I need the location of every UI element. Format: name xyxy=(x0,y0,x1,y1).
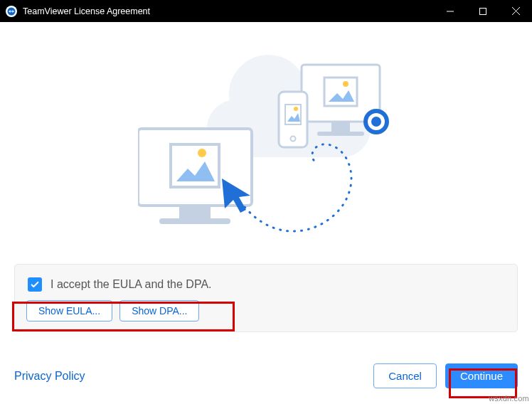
illustration xyxy=(0,22,532,264)
watermark: wsxdn.com xyxy=(489,394,529,403)
devices-illustration xyxy=(138,36,394,250)
accept-label: I accept the EULA and the DPA. xyxy=(50,278,212,291)
footer: Privacy Policy Cancel Continue xyxy=(0,363,532,388)
agreement-panel: I accept the EULA and the DPA. Show EULA… xyxy=(14,264,518,332)
app-icon xyxy=(6,6,17,17)
accept-checkbox-row[interactable]: I accept the EULA and the DPA. xyxy=(26,275,213,299)
maximize-button[interactable] xyxy=(467,0,499,22)
svg-rect-20 xyxy=(179,206,211,218)
show-dpa-button[interactable]: Show DPA... xyxy=(119,300,199,321)
svg-point-7 xyxy=(343,81,349,87)
titlebar: TeamViewer License Agreement xyxy=(0,0,532,22)
svg-point-12 xyxy=(371,117,381,127)
svg-rect-21 xyxy=(159,218,230,224)
svg-rect-9 xyxy=(317,132,364,136)
continue-button[interactable]: Continue xyxy=(445,363,518,388)
accept-checkbox[interactable] xyxy=(28,277,42,292)
window-controls xyxy=(434,0,532,22)
cancel-button[interactable]: Cancel xyxy=(373,363,437,388)
svg-point-15 xyxy=(294,107,298,111)
svg-point-19 xyxy=(198,149,206,157)
svg-rect-8 xyxy=(331,122,350,132)
privacy-policy-link[interactable]: Privacy Policy xyxy=(14,370,85,383)
show-eula-button[interactable]: Show EULA... xyxy=(26,300,112,321)
window-title: TeamViewer License Agreement xyxy=(23,6,150,16)
show-buttons: Show EULA... Show DPA... xyxy=(26,300,506,321)
content-area: I accept the EULA and the DPA. Show EULA… xyxy=(0,22,532,404)
minimize-button[interactable] xyxy=(434,0,467,22)
close-button[interactable] xyxy=(499,0,532,22)
svg-rect-2 xyxy=(480,8,486,14)
